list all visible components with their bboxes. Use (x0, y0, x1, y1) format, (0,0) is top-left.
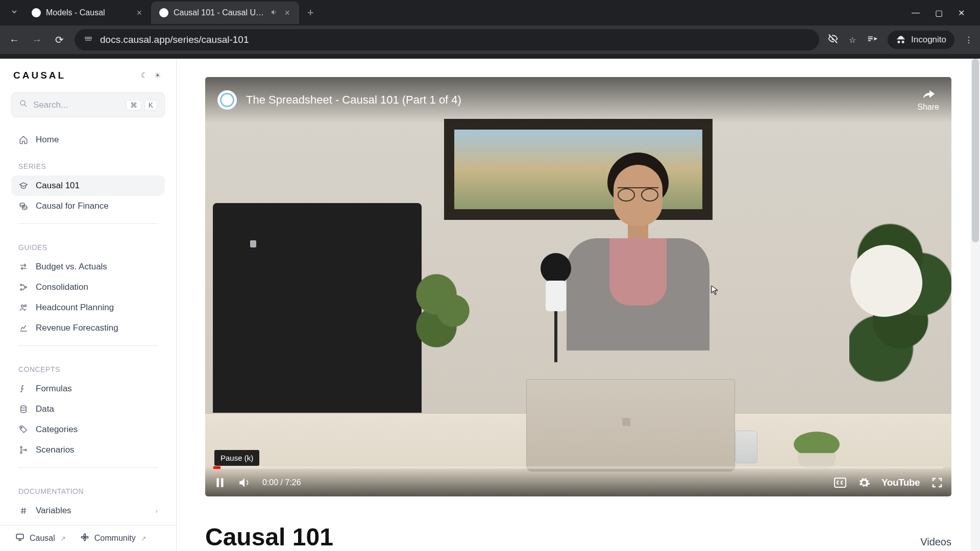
back-button[interactable]: ← (7, 34, 21, 46)
video-controls-right: YouTube (834, 477, 943, 489)
sidebar-item-label: Scenarios (36, 445, 75, 455)
incognito-badge[interactable]: Incognito (888, 31, 954, 49)
progress-bar[interactable] (213, 466, 943, 469)
external-icon: ↗ (141, 535, 146, 542)
tab-bar: Models - Causal × Causal 101 - Causal Un… (0, 0, 980, 26)
search-input[interactable]: Search... ⌘ K (11, 92, 165, 117)
sidebar-item-consolidation[interactable]: Consolidation (11, 277, 165, 297)
function-icon (18, 384, 29, 394)
forward-button[interactable]: → (30, 34, 44, 46)
minimize-icon[interactable]: — (912, 8, 920, 18)
tags-icon (18, 424, 29, 435)
scrollbar-thumb[interactable] (972, 59, 979, 242)
channel-avatar[interactable] (217, 90, 237, 110)
divider (18, 467, 158, 468)
svg-point-10 (21, 406, 27, 408)
video-player[interactable]: The Spreadsheet - Causal 101 (Part 1 of … (205, 77, 951, 496)
sidebar-item-label: Formulas (36, 384, 72, 394)
sidebar-item-formulas[interactable]: Formulas (11, 379, 165, 399)
plant-prop (414, 270, 470, 352)
media-control-icon[interactable] (866, 33, 877, 46)
svg-rect-15 (16, 534, 23, 539)
share-button[interactable]: Share (917, 88, 939, 112)
window-controls: — ▢ ✕ (912, 8, 975, 18)
svg-point-8 (21, 305, 24, 308)
video-controls: 0:00 / 7:26 YouTube (205, 469, 951, 496)
new-tab-button[interactable]: + (299, 6, 322, 19)
sidebar: CAUSAL ☾ ☀ Search... ⌘ K Home SERIES (0, 59, 177, 551)
close-window-icon[interactable]: ✕ (958, 8, 965, 18)
home-icon (18, 135, 29, 145)
pause-tooltip: Pause (k) (214, 450, 259, 466)
settings-button[interactable] (858, 477, 870, 489)
reload-button[interactable]: ⟳ (52, 34, 66, 46)
youtube-link[interactable]: YouTube (881, 477, 920, 488)
progress-played (213, 466, 220, 469)
theme-toggle[interactable]: ☾ ☀ (138, 70, 163, 81)
share-label: Share (917, 103, 939, 111)
svg-point-5 (20, 284, 22, 286)
svg-point-13 (20, 452, 22, 454)
site-info-icon[interactable] (84, 34, 93, 46)
videos-heading: Videos (920, 536, 951, 548)
sun-icon[interactable]: ☀ (152, 70, 163, 81)
laptop-prop (526, 379, 735, 471)
svg-point-3 (20, 203, 24, 206)
browser-tab[interactable]: Models - Causal × (23, 2, 151, 24)
eye-off-icon[interactable] (827, 33, 839, 46)
kbd-k: K (144, 100, 157, 110)
sidebar-item-budget[interactable]: Budget vs. Actuals (11, 257, 165, 277)
kebab-menu-icon[interactable]: ⋮ (965, 35, 973, 45)
maximize-icon[interactable]: ▢ (935, 8, 943, 18)
article-header: Causal 101 Videos (205, 523, 951, 551)
bookmark-icon[interactable]: ☆ (849, 35, 856, 45)
sidebar-item-variables[interactable]: Variables › (11, 500, 165, 521)
audio-icon[interactable] (270, 8, 278, 18)
page-scrollbar[interactable] (971, 59, 980, 551)
tabs-dropdown[interactable] (5, 8, 23, 18)
branch-icon (18, 445, 29, 455)
svg-point-12 (20, 446, 22, 448)
sidebar-item-scenarios[interactable]: Scenarios (11, 440, 165, 460)
svg-point-9 (24, 305, 27, 307)
main-content: The Spreadsheet - Causal 101 (Part 1 of … (177, 59, 980, 551)
address-bar: ← → ⟳ docs.causal.app/series/causal-101 … (0, 26, 980, 54)
video-frame (205, 77, 951, 496)
captions-button[interactable] (834, 477, 847, 488)
url-input[interactable]: docs.causal.app/series/causal-101 (75, 29, 819, 51)
sidebar-item-label: Categories (36, 424, 78, 435)
sidebar-item-causal-101[interactable]: Causal 101 (11, 176, 165, 196)
sidebar-item-categories[interactable]: Categories (11, 419, 165, 440)
sidebar-item-home[interactable]: Home (11, 130, 165, 150)
video-header: The Spreadsheet - Causal 101 (Part 1 of … (205, 77, 951, 123)
footer-link-community[interactable]: Community ↗ (80, 533, 146, 544)
sidebar-nav[interactable]: Home SERIES Causal 101 Causal for Financ… (0, 127, 176, 525)
sidebar-item-revenue[interactable]: Revenue Forecasting (11, 318, 165, 338)
search-kbd: ⌘ K (126, 100, 157, 110)
svg-rect-0 (85, 37, 88, 39)
sidebar-item-data[interactable]: Data (11, 399, 165, 419)
swap-icon (18, 262, 29, 272)
addr-actions: ☆ Incognito ⋮ (827, 31, 973, 49)
browser-tab-active[interactable]: Causal 101 - Causal Univers × (151, 2, 299, 24)
footer-link-causal[interactable]: Causal ↗ (15, 533, 66, 544)
glass-prop (735, 431, 757, 463)
close-icon[interactable]: × (135, 8, 143, 18)
moon-icon[interactable]: ☾ (138, 70, 150, 81)
volume-button[interactable] (238, 476, 251, 489)
sidebar-item-label: Causal for Finance (36, 201, 109, 211)
kbd-cmd: ⌘ (126, 100, 141, 110)
footer-link-label: Causal (30, 534, 55, 543)
video-title[interactable]: The Spreadsheet - Causal 101 (Part 1 of … (246, 93, 461, 107)
chevron-right-icon[interactable]: › (156, 507, 158, 515)
sidebar-item-causal-finance[interactable]: Causal for Finance (11, 196, 165, 216)
brand-logo[interactable]: CAUSAL (13, 70, 132, 81)
divider (18, 345, 158, 346)
svg-rect-18 (81, 537, 84, 538)
close-icon[interactable]: × (283, 8, 291, 18)
pause-button[interactable] (213, 476, 227, 489)
browser-chrome: Models - Causal × Causal 101 - Causal Un… (0, 0, 980, 59)
fullscreen-button[interactable] (931, 477, 943, 489)
sidebar-item-headcount[interactable]: Headcount Planning (11, 297, 165, 318)
svg-point-7 (25, 287, 27, 288)
